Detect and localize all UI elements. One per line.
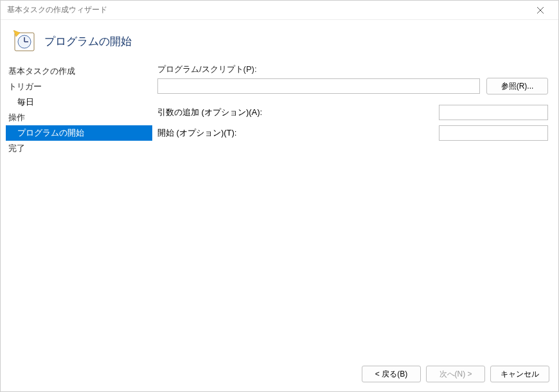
next-button[interactable]: 次へ(N) > — [426, 366, 485, 382]
sidebar-item-create-task[interactable]: 基本タスクの作成 — [6, 64, 152, 79]
sidebar-item-start-program[interactable]: プログラムの開始 — [6, 125, 152, 141]
content: 基本タスクの作成 トリガー 毎日 操作 プログラムの開始 完了 プログラム/スク… — [1, 64, 558, 359]
sidebar-item-finish[interactable]: 完了 — [6, 141, 152, 156]
arguments-label: 引数の追加 (オプション)(A): — [157, 107, 262, 118]
program-script-label: プログラム/スクリプト(P): — [157, 64, 548, 75]
form-area: プログラム/スクリプト(P): 参照(R)... 引数の追加 (オプション)(A… — [152, 64, 553, 359]
cancel-button[interactable]: キャンセル — [490, 366, 549, 382]
header: プログラムの開始 — [1, 20, 558, 64]
page-title: プログラムの開始 — [44, 34, 132, 49]
startin-label: 開始 (オプション)(T): — [157, 127, 236, 139]
sidebar-item-action[interactable]: 操作 — [6, 110, 152, 125]
close-icon — [537, 5, 544, 15]
sidebar: 基本タスクの作成 トリガー 毎日 操作 プログラムの開始 完了 — [6, 64, 152, 359]
browse-button[interactable]: 参照(R)... — [486, 78, 548, 94]
footer: < 戻る(B) 次へ(N) > キャンセル — [1, 359, 558, 391]
sidebar-item-trigger[interactable]: トリガー — [6, 79, 152, 94]
close-button[interactable] — [528, 1, 553, 19]
clock-icon — [13, 30, 35, 52]
window-title: 基本タスクの作成ウィザード — [7, 4, 107, 15]
program-script-input[interactable] — [157, 78, 480, 94]
titlebar: 基本タスクの作成ウィザード — [1, 1, 558, 20]
sidebar-item-daily[interactable]: 毎日 — [6, 94, 152, 110]
startin-input[interactable] — [439, 125, 548, 141]
back-button[interactable]: < 戻る(B) — [362, 366, 421, 382]
arguments-input[interactable] — [439, 105, 548, 120]
